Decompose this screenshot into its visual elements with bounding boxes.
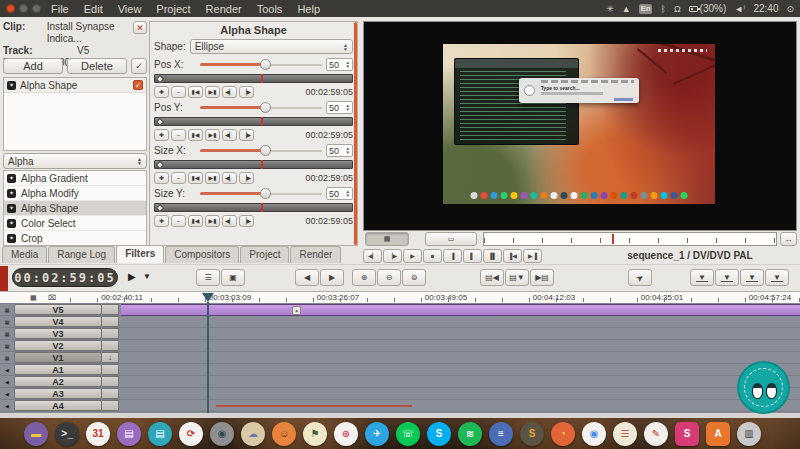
next-keyframe-button[interactable]: ▶▮ [205,172,220,184]
track-row-v3[interactable]: ▦V3 [0,328,800,340]
stop-button[interactable]: ■ [423,249,442,263]
kf-next-frame-button[interactable]: ▕▶ [239,172,254,184]
track-head-a3[interactable]: A3 [14,388,102,399]
clear-clip-button[interactable]: ✕ [133,21,147,34]
menu-view[interactable]: View [118,3,142,15]
filter-group-select[interactable]: Alpha ▲▼ [3,153,147,169]
tab-media[interactable]: Media [2,246,47,263]
clear-marks-button[interactable]: ▐▌ [483,249,502,263]
to-mark-in-button[interactable]: ▐◀ [503,249,522,263]
dock-icon-video-editor[interactable]: ▥ [737,422,761,446]
delete-keyframe-button[interactable]: − [171,129,186,141]
filter-group-item-color-select[interactable]: ✦Color Select [4,216,146,231]
next-frame-button[interactable]: ▕▶ [383,249,402,263]
delete-range-button[interactable]: ▼ [765,269,789,286]
dock-icon-inkscape[interactable]: ⚑ [303,422,327,446]
to-mark-out-button[interactable]: ▶▐ [523,249,542,263]
kf-next-frame-button[interactable]: ▕▶ [239,86,254,98]
param-value-spinbox[interactable]: 50▲▼ [326,187,353,200]
filter-group-item-alpha-modify[interactable]: ✦Alpha Modify [4,186,146,201]
track-head-v1[interactable]: V1 [14,352,102,363]
track-active-column-v4[interactable] [102,316,119,327]
slider-handle[interactable] [260,188,271,199]
ruler-lock-icon[interactable]: ⌧ [48,294,56,302]
track-head-v3[interactable]: V3 [14,328,102,339]
param-slider[interactable] [200,187,322,200]
wifi-icon[interactable]: ▲ [622,4,631,14]
ruler-film-icon[interactable]: ▦ [30,294,37,302]
tab-range-log[interactable]: Range Log [48,246,115,263]
prev-frame-button[interactable]: ◀▏ [363,249,382,263]
session-power-icon[interactable]: ⊙ [786,4,794,14]
play-button[interactable]: ▶ [403,249,422,263]
jump-back-button[interactable]: ◀ [295,269,319,286]
add-keyframe-button[interactable]: ✚ [154,86,169,98]
dock-icon-spotify[interactable]: ≋ [458,422,482,446]
dock-icon-weather[interactable]: ☁ [241,422,265,446]
menu-file[interactable]: File [51,3,69,15]
add-keyframe-button[interactable]: ✚ [154,129,169,141]
slider-handle[interactable] [260,59,271,70]
add-keyframe-button[interactable]: ✚ [154,215,169,227]
dock-icon-files[interactable]: ▬ [24,422,48,446]
delete-keyframe-button[interactable]: − [171,172,186,184]
clip-view-toggle[interactable]: ▭ [425,232,477,246]
track-active-column-v5[interactable] [102,304,119,315]
param-slider[interactable] [200,144,322,157]
filter-group-item-alpha-shape[interactable]: ✦Alpha Shape [4,201,146,216]
delete-keyframe-button[interactable]: − [171,215,186,227]
add-filter-button[interactable]: Add [3,58,63,74]
next-keyframe-button[interactable]: ▶▮ [205,129,220,141]
delete-keyframe-button[interactable]: − [171,86,186,98]
slider-handle[interactable] [260,145,271,156]
dock-icon-firefox[interactable]: ◔ [551,422,575,446]
prev-keyframe-button[interactable]: ▮◀ [188,86,203,98]
track-active-column-a1[interactable] [102,364,119,375]
dock-icon-sublime-text[interactable]: S [520,422,544,446]
monitor[interactable]: Type to search... [363,21,797,231]
notification-bell-icon[interactable]: Ω [674,4,681,14]
bluetooth-icon[interactable]: ᛒ [660,4,665,14]
keyframe-diamond-icon[interactable] [156,75,164,83]
prev-keyframe-button[interactable]: ▮◀ [188,172,203,184]
track-head-v2[interactable]: V2 [14,340,102,351]
spin-arrows-icon[interactable]: ▲▼ [346,104,350,111]
track-active-column-v2[interactable] [102,340,119,351]
param-value-spinbox[interactable]: 50▲▼ [326,101,353,114]
track-row-v1[interactable]: ▦V1↓ [0,352,800,364]
dock-icon-chrome[interactable]: ◉ [582,422,606,446]
param-value-spinbox[interactable]: 50▲▼ [326,144,353,157]
track-active-column-a2[interactable] [102,376,119,387]
prev-keyframe-button[interactable]: ▮◀ [188,129,203,141]
dock-icon-camera[interactable]: ◉ [210,422,234,446]
filter-group-item-alpha-gradient[interactable]: ✦Alpha Gradient [4,171,146,186]
next-keyframe-button[interactable]: ▶▮ [205,86,220,98]
clip-filter-icon[interactable]: ✦ [292,306,301,315]
kf-prev-frame-button[interactable]: ◀▏ [222,172,237,184]
track-row-a2[interactable]: ◀A2 [0,376,800,388]
dock-icon-gimp[interactable]: ☺ [272,422,296,446]
monitor-ruler[interactable] [483,232,777,246]
track-row-v5[interactable]: ▦V5✦ [0,304,800,316]
dock-icon-skype[interactable]: S [427,422,451,446]
track-head-v4[interactable]: V4 [14,316,102,327]
keyboard-layout-indicator[interactable]: En [639,4,653,14]
delete-filter-button[interactable]: Delete [67,58,127,74]
dock-icon-text-editor[interactable]: ▤ [117,422,141,446]
keyframe-bar[interactable] [154,203,353,212]
track-row-a1[interactable]: ◀A1 [0,364,800,376]
kf-next-frame-button[interactable]: ▕▶ [239,129,254,141]
next-keyframe-button[interactable]: ▶▮ [205,215,220,227]
ripple-delete-button[interactable]: ▼ [740,269,764,286]
param-slider[interactable] [200,101,322,114]
add-keyframe-button[interactable]: ✚ [154,172,169,184]
tab-render[interactable]: Render [290,246,341,263]
keyframe-bar[interactable] [154,117,353,126]
prev-keyframe-button[interactable]: ▮◀ [188,215,203,227]
toggle-all-filters-button[interactable]: ✓ [131,58,147,74]
filter-active-checkbox[interactable]: ✓ [133,80,143,90]
dock-icon-calendar[interactable]: 31 [86,422,110,446]
kf-prev-frame-button[interactable]: ◀▏ [222,129,237,141]
close-window-icon[interactable] [6,4,15,13]
track-active-column-v3[interactable] [102,328,119,339]
